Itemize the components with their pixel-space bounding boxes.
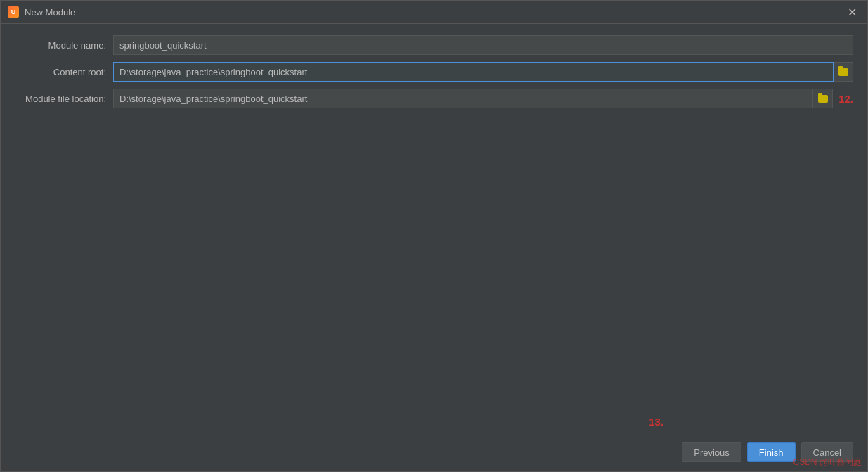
annotation-13: 13. <box>649 416 663 428</box>
bottom-bar: 13. Previous Finish Cancel CSDN @叶蔡闰庭 <box>1 433 867 471</box>
content-spacer <box>15 115 853 421</box>
folder-icon <box>838 68 848 76</box>
annotation-12: 12. <box>838 93 853 105</box>
module-file-location-row: Module file location: 12. <box>15 89 853 108</box>
previous-button[interactable]: Previous <box>682 442 741 462</box>
module-file-location-input[interactable] <box>113 89 813 108</box>
intellij-icon: U <box>8 6 19 18</box>
title-bar: U New Module ✕ <box>1 1 867 24</box>
content-root-row: Content root: <box>15 62 853 82</box>
module-file-location-browse-button[interactable] <box>813 89 833 108</box>
module-name-label: Module name: <box>15 40 106 51</box>
content-root-browse-button[interactable] <box>834 62 853 82</box>
folder-icon-2 <box>818 95 828 103</box>
watermark: CSDN @叶蔡闰庭 <box>787 454 867 471</box>
module-file-location-label: Module file location: <box>15 94 106 104</box>
new-module-dialog: U New Module ✕ Module name: Content root… <box>0 0 868 472</box>
module-name-row: Module name: <box>15 35 853 55</box>
dialog-title: New Module <box>25 7 843 18</box>
content-root-input-container <box>113 62 853 82</box>
content-root-label: Content root: <box>15 67 106 77</box>
close-button[interactable]: ✕ <box>843 4 860 20</box>
module-file-location-input-container: 12. <box>113 89 853 108</box>
content-root-input[interactable] <box>113 62 834 82</box>
module-name-input[interactable] <box>113 35 853 55</box>
content-area: Module name: Content root: Module file l… <box>1 24 867 433</box>
module-name-input-container <box>113 35 853 55</box>
